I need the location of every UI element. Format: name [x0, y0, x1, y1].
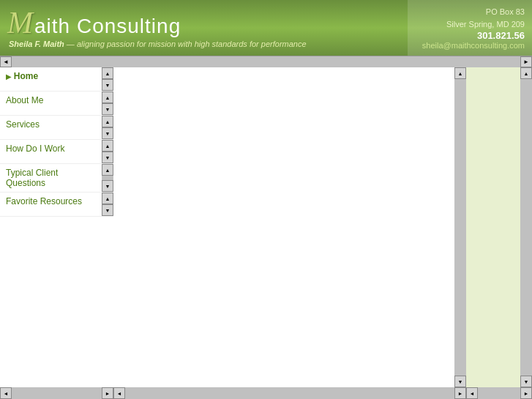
- nav-item-services[interactable]: Services: [0, 116, 102, 139]
- right-frame-container: ▲ ▼ ◄ ►: [466, 67, 532, 399]
- page-wrapper: M aith Consulting Sheila F. Maith — alig…: [0, 0, 532, 399]
- tagline-name: Sheila F. Maith: [9, 40, 64, 48]
- nav-scroll-block: ▶ Home ▲ ▼ About Me: [0, 67, 113, 399]
- right-vscroll: ▲ ▼: [520, 67, 532, 387]
- resources-label[interactable]: Favorite Resources: [6, 196, 82, 206]
- resources-scroll-down[interactable]: ▼: [102, 204, 113, 216]
- right-scroll-down[interactable]: ▼: [520, 376, 532, 387]
- howwork-scroll-up[interactable]: ▲: [102, 140, 113, 152]
- address-line1: PO Box 83: [446, 6, 525, 18]
- nav-empty-space: [0, 217, 113, 387]
- sidebar-scroll-right[interactable]: ►: [102, 387, 113, 399]
- nav-row-services: Services ▲ ▼: [0, 116, 113, 140]
- aboutme-scroll-up[interactable]: ▲: [102, 92, 113, 103]
- multi-scroll-area: ▶ Home ▲ ▼ About Me: [0, 67, 113, 399]
- right-scroll-up[interactable]: ▲: [520, 67, 532, 79]
- header-hscroll-track[interactable]: [12, 56, 520, 67]
- howwork-scroll-down[interactable]: ▼: [102, 152, 113, 163]
- header-left: M aith Consulting Sheila F. Maith — alig…: [0, 0, 408, 56]
- home-arrow: ▶: [6, 72, 14, 81]
- right-content-area: [466, 67, 520, 387]
- main-hscroll-track: [125, 387, 454, 399]
- main-scroll-right[interactable]: ►: [454, 387, 466, 399]
- services-scroll-up[interactable]: ▲: [102, 116, 113, 127]
- main-content-area: [113, 67, 454, 387]
- sidebar-hscroll-track: [12, 387, 102, 399]
- main-vscroll: ▲ ▼: [454, 67, 466, 387]
- phone: 301.821.56: [477, 30, 525, 41]
- home-scroll-up[interactable]: ▲: [102, 67, 113, 79]
- right-scroll-right[interactable]: ►: [520, 387, 532, 399]
- typical-scroll-up[interactable]: ▲: [102, 164, 113, 176]
- main-scroll-down[interactable]: ▼: [454, 376, 466, 387]
- typical-label[interactable]: Typical Client Questions: [6, 168, 58, 188]
- tagline: Sheila F. Maith — aligning passion for m…: [7, 40, 400, 48]
- main-hscroll: ◄ ►: [113, 387, 466, 399]
- tagline-suffix: — aligning passion for mission with high…: [64, 40, 307, 48]
- address-line2: Silver Spring, MD 209: [446, 18, 525, 31]
- main-area: ▶ Home ▲ ▼ About Me: [0, 67, 532, 399]
- services-label[interactable]: Services: [6, 119, 40, 130]
- nav-row-aboutme: About Me ▲ ▼: [0, 92, 113, 116]
- right-frame-inner: ▲ ▼: [466, 67, 532, 387]
- typical-scroll-down[interactable]: ▼: [102, 180, 113, 192]
- aboutme-label[interactable]: About Me: [6, 95, 43, 105]
- header-right: PO Box 83 Silver Spring, MD 209 301.821.…: [408, 0, 532, 56]
- nav-row-resources: Favorite Resources ▲ ▼: [0, 193, 113, 217]
- right-hscroll-track: [478, 387, 520, 399]
- nav-item-aboutme[interactable]: About Me: [0, 92, 102, 115]
- howwork-label[interactable]: How Do I Work: [6, 143, 64, 154]
- middle-frame-inner: ▲ ▼: [113, 67, 466, 387]
- nav-row-typical: Typical Client Questions ▲ ▼: [0, 164, 113, 193]
- right-hscroll: ◄ ►: [466, 387, 532, 399]
- header: M aith Consulting Sheila F. Maith — alig…: [0, 0, 532, 56]
- main-scroll-left[interactable]: ◄: [113, 387, 125, 399]
- home-label[interactable]: Home: [14, 71, 38, 81]
- aboutme-vscroll: ▲ ▼: [102, 92, 113, 115]
- nav-item-home[interactable]: ▶ Home: [0, 67, 102, 91]
- services-vscroll: ▲ ▼: [102, 116, 113, 139]
- middle-frame-container: ▲ ▼ ◄ ►: [113, 67, 466, 399]
- resources-scroll-up[interactable]: ▲: [102, 193, 113, 204]
- sidebar-scroll-left[interactable]: ◄: [0, 387, 12, 399]
- logo-text: aith Consulting: [34, 15, 181, 38]
- home-vscroll: ▲ ▼: [102, 67, 113, 91]
- sidebar-hscroll: ◄ ►: [0, 387, 113, 399]
- nav-item-typical[interactable]: Typical Client Questions: [0, 164, 102, 192]
- header-scroll-left[interactable]: ◄: [0, 56, 12, 67]
- home-scroll-down[interactable]: ▼: [102, 79, 113, 91]
- left-frame-container: ▶ Home ▲ ▼ About Me: [0, 67, 113, 399]
- main-vscroll-track: [454, 79, 466, 376]
- nav-row-howwork: How Do I Work ▲ ▼: [0, 140, 113, 164]
- right-scroll-left[interactable]: ◄: [466, 387, 478, 399]
- nav-item-resources[interactable]: Favorite Resources: [0, 193, 102, 216]
- howwork-vscroll: ▲ ▼: [102, 140, 113, 163]
- header-scroll-right[interactable]: ►: [520, 56, 532, 67]
- aboutme-scroll-down[interactable]: ▼: [102, 103, 113, 115]
- resources-vscroll: ▲ ▼: [102, 193, 113, 216]
- services-scroll-down[interactable]: ▼: [102, 127, 113, 139]
- global-hscroll: ◄ ►: [0, 56, 532, 67]
- email: sheila@maithconsulting.com: [422, 41, 525, 50]
- left-frame-inner: ▶ Home ▲ ▼ About Me: [0, 67, 113, 399]
- nav-row-home: ▶ Home ▲ ▼: [0, 67, 113, 92]
- typical-vscroll: ▲ ▼: [102, 164, 113, 192]
- main-scroll-up[interactable]: ▲: [454, 67, 466, 79]
- right-vscroll-track: [520, 79, 532, 376]
- logo-title: M aith Consulting: [7, 7, 400, 38]
- nav-item-howwork[interactable]: How Do I Work: [0, 140, 102, 163]
- logo-m: M: [7, 7, 33, 38]
- address: PO Box 83 Silver Spring, MD 209: [446, 6, 525, 30]
